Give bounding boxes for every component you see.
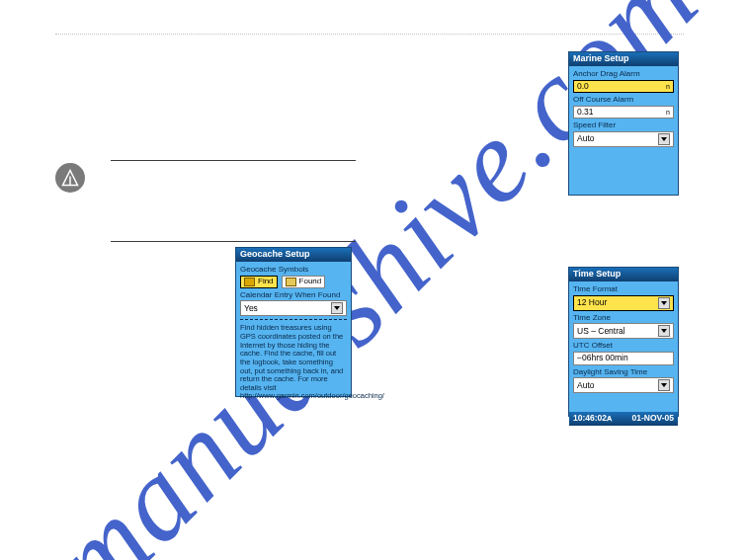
status-date: 01-NOV-05 bbox=[631, 414, 674, 423]
anchor-drag-label: Anchor Drag Alarm bbox=[573, 69, 674, 80]
dropdown-arrow-icon bbox=[658, 325, 670, 337]
dropdown-arrow-icon bbox=[658, 379, 670, 391]
time-format-label: Time Format bbox=[573, 284, 674, 295]
anchor-drag-field[interactable]: 0.0 n bbox=[573, 80, 674, 93]
dropdown-arrow-icon bbox=[658, 297, 670, 309]
time-format-field[interactable]: 12 Hour bbox=[573, 295, 674, 311]
calendar-entry-value: Yes bbox=[244, 304, 258, 313]
dst-field[interactable]: Auto bbox=[573, 377, 674, 393]
dropdown-arrow-icon bbox=[331, 302, 343, 314]
section-divider-1 bbox=[111, 160, 356, 161]
anchor-drag-unit: n bbox=[666, 83, 670, 91]
utc-offset-label: UTC Offset bbox=[573, 341, 674, 352]
geocache-help-text: Find hidden treasures using GPS coordina… bbox=[240, 323, 347, 402]
section-divider-2 bbox=[111, 241, 356, 242]
open-chest-icon bbox=[286, 278, 296, 286]
find-symbol-label: Find bbox=[258, 278, 274, 286]
time-zone-label: Time Zone bbox=[573, 313, 674, 324]
divider bbox=[240, 319, 347, 320]
dst-label: Daylight Saving Time bbox=[573, 367, 674, 378]
speed-filter-value: Auto bbox=[577, 134, 595, 143]
off-course-label: Off Course Alarm bbox=[573, 95, 674, 106]
closed-chest-icon bbox=[244, 278, 255, 286]
geocache-symbols-label: Geocache Symbols bbox=[240, 265, 347, 276]
time-title: Time Setup bbox=[569, 268, 678, 281]
time-status-bar: 10:46:02ᴀ 01-NOV-05 bbox=[569, 412, 678, 425]
found-symbol-label: Found bbox=[299, 278, 322, 286]
off-course-unit: n bbox=[666, 109, 670, 117]
time-zone-field[interactable]: US – Central bbox=[573, 323, 674, 339]
utc-offset-value: −06hrs 00min bbox=[577, 354, 628, 362]
off-course-value: 0.31 bbox=[577, 108, 594, 117]
time-format-value: 12 Hour bbox=[577, 298, 607, 307]
marine-title: Marine Setup bbox=[569, 52, 678, 66]
time-setup-screen: Time Setup Time Format 12 Hour Time Zone… bbox=[568, 267, 679, 417]
geocache-setup-screen: Geocache Setup Geocache Symbols Find Fou… bbox=[235, 247, 352, 397]
dropdown-arrow-icon bbox=[658, 133, 670, 145]
calendar-entry-label: Calendar Entry When Found bbox=[240, 290, 347, 301]
found-symbol-field[interactable]: Found bbox=[282, 276, 326, 288]
tip-icon bbox=[55, 163, 85, 193]
dst-value: Auto bbox=[577, 381, 595, 390]
find-symbol-field[interactable]: Find bbox=[240, 276, 278, 288]
off-course-field[interactable]: 0.31 n bbox=[573, 106, 674, 119]
time-zone-value: US – Central bbox=[577, 327, 625, 336]
marine-setup-screen: Marine Setup Anchor Drag Alarm 0.0 n Off… bbox=[568, 51, 679, 196]
geocache-title: Geocache Setup bbox=[236, 248, 351, 262]
utc-offset-field[interactable]: −06hrs 00min bbox=[573, 352, 674, 364]
anchor-drag-value: 0.0 bbox=[577, 82, 589, 91]
speed-filter-label: Speed Filter bbox=[573, 120, 674, 131]
status-time: 10:46:02ᴀ bbox=[573, 414, 612, 423]
calendar-entry-field[interactable]: Yes bbox=[240, 300, 347, 316]
speed-filter-field[interactable]: Auto bbox=[573, 131, 674, 147]
